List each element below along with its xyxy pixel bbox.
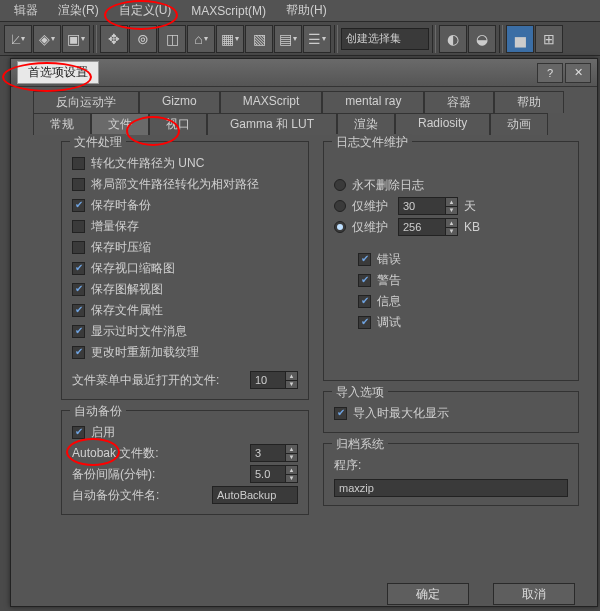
interval-input[interactable] xyxy=(251,466,285,482)
log-level-label: 信息 xyxy=(377,293,401,310)
file-handling-label: 更改时重新加载纹理 xyxy=(91,344,199,361)
file-handling-checkbox[interactable] xyxy=(72,325,85,338)
recent-files-label: 文件菜单中最近打开的文件: xyxy=(72,372,219,389)
recent-files-spinner[interactable]: ▲▼ xyxy=(250,371,298,389)
preferences-dialog: 首选项设置 ? ✕ 反向运动学 Gizmo MAXScript mental r… xyxy=(10,58,598,607)
tool-btn[interactable]: ⊚ xyxy=(129,25,157,53)
close-button[interactable]: ✕ xyxy=(565,63,591,83)
tab-maxscript[interactable]: MAXScript xyxy=(220,91,323,113)
file-handling-label: 转化文件路径为 UNC xyxy=(91,155,204,172)
file-handling-checkbox[interactable] xyxy=(72,304,85,317)
autobak-count-label: Autobak 文件数: xyxy=(72,445,182,462)
group-import: 导入选项 导入时最大化显示 xyxy=(323,391,579,433)
interval-spinner[interactable]: ▲▼ xyxy=(250,465,298,483)
log-level-checkbox[interactable] xyxy=(358,295,371,308)
menu-item[interactable]: 渲染(R) xyxy=(48,0,109,21)
tab-radiosity[interactable]: Radiosity xyxy=(395,113,490,135)
menu-item-customize[interactable]: 自定义(U) xyxy=(109,0,182,21)
group-file-handling: 文件处理 转化文件路径为 UNC将局部文件路径转化为相对路径保存时备份增量保存保… xyxy=(61,141,309,400)
group-title: 文件处理 xyxy=(70,134,126,151)
tool-btn[interactable]: ◐ xyxy=(439,25,467,53)
autobackup-enable-checkbox[interactable] xyxy=(72,426,85,439)
keep-days-input[interactable] xyxy=(399,198,445,214)
tab-files[interactable]: 文件 xyxy=(91,113,149,135)
tab-render[interactable]: 渲染 xyxy=(337,113,395,135)
keep-days-spinner[interactable]: ▲▼ xyxy=(398,197,458,215)
zoom-on-import-checkbox[interactable] xyxy=(334,407,347,420)
keep-kb-radio[interactable] xyxy=(334,221,346,233)
tab-containers[interactable]: 容器 xyxy=(424,91,494,113)
tool-btn[interactable]: ▤ xyxy=(274,25,302,53)
autobak-count-input[interactable] xyxy=(251,445,285,461)
tab-viewport[interactable]: 视口 xyxy=(149,113,207,135)
tool-btn[interactable]: ▣ xyxy=(62,25,90,53)
tool-btn[interactable]: ◈ xyxy=(33,25,61,53)
ok-button[interactable]: 确定 xyxy=(387,583,469,605)
tab-gamma[interactable]: Gamma 和 LUT xyxy=(207,113,337,135)
group-title: 日志文件维护 xyxy=(332,134,412,151)
tab-general[interactable]: 常规 xyxy=(33,113,91,135)
recent-files-input[interactable] xyxy=(251,372,285,388)
tool-btn[interactable]: ✥ xyxy=(100,25,128,53)
file-handling-label: 增量保存 xyxy=(91,218,139,235)
log-level-label: 错误 xyxy=(377,251,401,268)
log-level-checkbox[interactable] xyxy=(358,316,371,329)
tool-btn[interactable]: ⌂ xyxy=(187,25,215,53)
file-handling-label: 显示过时文件消息 xyxy=(91,323,187,340)
file-handling-label: 将局部文件路径转化为相对路径 xyxy=(91,176,259,193)
backup-name-input[interactable] xyxy=(212,486,298,504)
tab-animation[interactable]: 动画 xyxy=(490,113,548,135)
tool-btn[interactable]: ◒ xyxy=(468,25,496,53)
keep-days-radio[interactable] xyxy=(334,200,346,212)
tab-gizmo[interactable]: Gizmo xyxy=(139,91,220,113)
tool-btn[interactable]: ▦ xyxy=(216,25,244,53)
log-level-checkbox[interactable] xyxy=(358,274,371,287)
menu-item[interactable]: MAXScript(M) xyxy=(181,2,276,20)
cancel-button[interactable]: 取消 xyxy=(493,583,575,605)
never-delete-radio[interactable] xyxy=(334,179,346,191)
file-handling-checkbox[interactable] xyxy=(72,220,85,233)
group-autobackup: 自动备份 启用 Autobak 文件数: ▲▼ 备份间隔(分钟): xyxy=(61,410,309,515)
menu-item[interactable]: 辑器 xyxy=(4,0,48,21)
file-handling-checkbox[interactable] xyxy=(72,199,85,212)
group-title: 归档系统 xyxy=(332,436,388,453)
file-handling-checkbox[interactable] xyxy=(72,157,85,170)
menu-item[interactable]: 帮助(H) xyxy=(276,0,337,21)
separator xyxy=(334,25,338,53)
tool-btn[interactable]: ▧ xyxy=(245,25,273,53)
file-handling-label: 保存时备份 xyxy=(91,197,151,214)
dialog-title: 首选项设置 xyxy=(17,61,99,84)
autobak-count-spinner[interactable]: ▲▼ xyxy=(250,444,298,462)
tool-btn[interactable]: ▅ xyxy=(506,25,534,53)
tool-btn[interactable]: ⊞ xyxy=(535,25,563,53)
file-handling-checkbox[interactable] xyxy=(72,262,85,275)
keep-kb-spinner[interactable]: ▲▼ xyxy=(398,218,458,236)
dialog-titlebar[interactable]: 首选项设置 ? ✕ xyxy=(11,59,597,87)
tool-btn[interactable]: ⟀ xyxy=(4,25,32,53)
separator xyxy=(432,25,436,53)
backup-name-label: 自动备份文件名: xyxy=(72,487,159,504)
help-button[interactable]: ? xyxy=(537,63,563,83)
log-level-checkbox[interactable] xyxy=(358,253,371,266)
days-unit: 天 xyxy=(464,198,476,215)
tab-ik[interactable]: 反向运动学 xyxy=(33,91,139,113)
file-handling-checkbox[interactable] xyxy=(72,283,85,296)
selection-set-combo[interactable]: 创建选择集 xyxy=(341,28,429,50)
zoom-on-import-label: 导入时最大化显示 xyxy=(353,405,449,422)
tool-btn[interactable]: ◫ xyxy=(158,25,186,53)
program-label: 程序: xyxy=(334,457,361,474)
file-handling-checkbox[interactable] xyxy=(72,178,85,191)
file-handling-label: 保存视口缩略图 xyxy=(91,260,175,277)
file-handling-label: 保存图解视图 xyxy=(91,281,163,298)
tab-help[interactable]: 帮助 xyxy=(494,91,564,113)
archive-program-input[interactable] xyxy=(334,479,568,497)
file-handling-checkbox[interactable] xyxy=(72,346,85,359)
keep-days-label: 仅维护 xyxy=(352,198,398,215)
tool-btn[interactable]: ☰ xyxy=(303,25,331,53)
tab-mentalray[interactable]: mental ray xyxy=(322,91,424,113)
main-menubar[interactable]: 辑器 渲染(R) 自定义(U) MAXScript(M) 帮助(H) xyxy=(0,0,600,22)
keep-kb-input[interactable] xyxy=(399,219,445,235)
file-handling-checkbox[interactable] xyxy=(72,241,85,254)
main-toolbar: ⟀ ◈ ▣ ✥ ⊚ ◫ ⌂ ▦ ▧ ▤ ☰ 创建选择集 ◐ ◒ ▅ ⊞ xyxy=(0,22,600,56)
log-level-label: 调试 xyxy=(377,314,401,331)
